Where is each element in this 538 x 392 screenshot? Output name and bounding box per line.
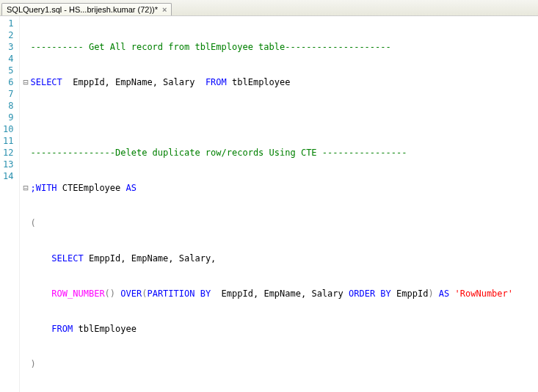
document-tab[interactable]: SQLQuery1.sql - HS...brijesh.kumar (72))… (1, 3, 172, 15)
line-number-gutter: 1234567891011121314 (0, 16, 20, 392)
document-tab-bar: SQLQuery1.sql - HS...brijesh.kumar (72))… (0, 0, 538, 16)
close-icon[interactable]: × (162, 5, 167, 14)
code-area[interactable]: ---------- Get All record from tblEmploy… (20, 16, 538, 392)
sql-editor[interactable]: 1234567891011121314 ---------- Get All r… (0, 16, 538, 392)
document-tab-title: SQLQuery1.sql - HS...brijesh.kumar (72))… (7, 5, 158, 14)
